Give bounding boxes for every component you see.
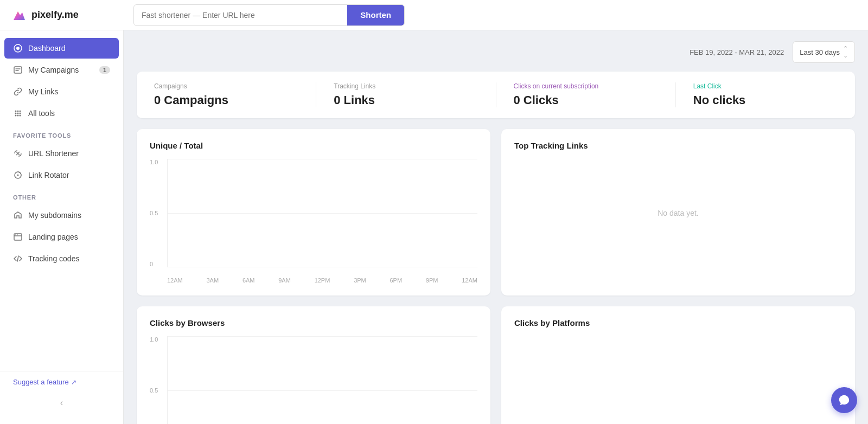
grid-line-top-b bbox=[168, 336, 477, 337]
subdomains-icon bbox=[13, 210, 23, 220]
chart-top-tracking-links-title: Top Tracking Links bbox=[514, 141, 842, 150]
svg-marker-0 bbox=[14, 11, 25, 20]
chat-bubble[interactable] bbox=[831, 387, 857, 413]
logo-text: pixelfy.me bbox=[31, 9, 79, 21]
sidebar-campaigns-label: My Campaigns bbox=[28, 66, 79, 74]
svg-point-10 bbox=[15, 115, 17, 117]
grid-line-top bbox=[168, 159, 477, 159]
svg-point-12 bbox=[20, 115, 21, 117]
topbar: pixelfy.me Shorten bbox=[0, 0, 868, 30]
stat-lastclick-value: No clicks bbox=[693, 93, 838, 107]
alltools-icon bbox=[13, 108, 23, 118]
sidebar-item-links[interactable]: My Links bbox=[4, 81, 119, 102]
chart-browsers-title: Clicks by Browsers bbox=[150, 318, 477, 327]
sidebar-item-link-rotator[interactable]: Link Rotator bbox=[4, 165, 119, 185]
sidebar-item-dashboard[interactable]: Dashboard bbox=[4, 38, 119, 59]
charts-grid: Unique / Total 1.0 0.5 0 12AM 3AM 6AM bbox=[137, 129, 855, 424]
stat-lastclick-label: Last Click bbox=[693, 82, 838, 90]
svg-point-6 bbox=[20, 111, 21, 112]
url-input[interactable] bbox=[134, 5, 347, 25]
stats-row: Campaigns 0 Campaigns Tracking Links 0 L… bbox=[137, 72, 855, 118]
url-input-wrapper: Shorten bbox=[133, 4, 405, 26]
chart-platforms-title: Clicks by Platforms bbox=[514, 318, 842, 327]
chart-browsers-area: 1.0 0.5 0 bbox=[150, 336, 477, 424]
dashboard-icon bbox=[13, 43, 23, 53]
svg-point-4 bbox=[15, 111, 17, 112]
sidebar-link-rotator-label: Link Rotator bbox=[28, 171, 69, 179]
chart-unique-total-title: Unique / Total bbox=[150, 141, 477, 150]
sidebar-item-tracking-codes[interactable]: Tracking codes bbox=[4, 248, 119, 269]
stat-links-value: 0 Links bbox=[334, 93, 478, 107]
sidebar-item-url-shortener[interactable]: URL Shortener bbox=[4, 143, 119, 164]
svg-point-16 bbox=[15, 234, 16, 235]
landing-pages-icon bbox=[13, 232, 23, 242]
url-shortener-icon bbox=[13, 149, 23, 158]
sidebar-subdomains-label: My subdomains bbox=[28, 211, 81, 220]
sidebar-dashboard-label: Dashboard bbox=[28, 44, 66, 53]
stat-clicks-label: Clicks on current subscription bbox=[514, 82, 658, 90]
collapse-sidebar-button[interactable]: ‹ bbox=[0, 393, 123, 413]
sidebar-footer: Suggest a feature ↗ bbox=[0, 371, 123, 393]
date-range-text: FEB 19, 2022 - MAR 21, 2022 bbox=[690, 48, 784, 56]
collapse-icon: ‹ bbox=[60, 398, 63, 408]
external-link-icon: ↗ bbox=[71, 378, 76, 386]
chart-browsers-plot bbox=[167, 336, 477, 424]
svg-rect-3 bbox=[14, 67, 22, 73]
stat-campaigns-label: Campaigns bbox=[154, 82, 298, 90]
stat-campaigns: Campaigns 0 Campaigns bbox=[137, 82, 316, 107]
date-selector[interactable]: Last 30 days ⌃⌄ bbox=[793, 41, 855, 63]
chart-y-axis: 1.0 0.5 0 bbox=[150, 159, 158, 267]
grid-line-mid bbox=[168, 213, 477, 214]
sidebar-item-campaigns[interactable]: My Campaigns 1 bbox=[4, 60, 119, 80]
chevron-icon: ⌃⌄ bbox=[843, 45, 848, 59]
sidebar-links-label: My Links bbox=[28, 87, 58, 96]
stat-campaigns-value: 0 Campaigns bbox=[154, 93, 298, 107]
sidebar-item-landing-pages[interactable]: Landing pages bbox=[4, 227, 119, 247]
sidebar-alltools-label: All tools bbox=[28, 109, 55, 118]
sidebar-url-shortener-label: URL Shortener bbox=[28, 149, 79, 158]
favorite-tools-title: FAVORITE TOOLS bbox=[0, 125, 123, 142]
date-selector-label: Last 30 days bbox=[800, 48, 840, 56]
chart-browsers-y-axis: 1.0 0.5 0 bbox=[150, 336, 158, 424]
stat-clicks-value: 0 Clicks bbox=[514, 93, 658, 107]
stat-last-click: Last Click No clicks bbox=[676, 82, 855, 107]
svg-rect-15 bbox=[14, 234, 22, 240]
shorten-button[interactable]: Shorten bbox=[347, 5, 404, 25]
suggest-feature-link[interactable]: Suggest a feature ↗ bbox=[13, 378, 110, 386]
link-rotator-icon bbox=[13, 170, 23, 180]
sidebar-tracking-codes-label: Tracking codes bbox=[28, 254, 79, 263]
tracking-codes-icon bbox=[13, 254, 23, 264]
chart-unique-total: Unique / Total 1.0 0.5 0 12AM 3AM 6AM bbox=[137, 129, 490, 295]
suggest-label: Suggest a feature bbox=[13, 378, 69, 386]
svg-point-2 bbox=[16, 47, 20, 50]
y-label-mid: 0.5 bbox=[150, 210, 158, 216]
sidebar-item-subdomains[interactable]: My subdomains bbox=[4, 205, 119, 226]
sidebar-landing-pages-label: Landing pages bbox=[28, 233, 78, 241]
chart-top-tracking-links: Top Tracking Links No data yet. bbox=[501, 129, 855, 295]
svg-point-9 bbox=[20, 113, 21, 114]
svg-point-17 bbox=[17, 234, 18, 235]
campaigns-icon bbox=[13, 65, 23, 75]
svg-point-14 bbox=[17, 175, 19, 176]
stat-tracking-links: Tracking Links 0 Links bbox=[316, 82, 496, 107]
stat-links-label: Tracking Links bbox=[334, 82, 478, 90]
chart-plot bbox=[167, 159, 477, 267]
grid-line-mid-b bbox=[168, 390, 477, 391]
chart-unique-total-area: 1.0 0.5 0 12AM 3AM 6AM 9AM 12PM 3P bbox=[150, 159, 477, 284]
y-label-top: 1.0 bbox=[150, 159, 158, 165]
svg-point-11 bbox=[17, 115, 19, 117]
date-header: FEB 19, 2022 - MAR 21, 2022 Last 30 days… bbox=[137, 41, 855, 63]
top-tracking-links-nodata: No data yet. bbox=[514, 159, 842, 267]
svg-point-7 bbox=[15, 113, 17, 114]
logo-icon bbox=[11, 7, 27, 23]
links-icon bbox=[13, 87, 23, 97]
main-content: FEB 19, 2022 - MAR 21, 2022 Last 30 days… bbox=[124, 30, 868, 424]
stat-clicks: Clicks on current subscription 0 Clicks bbox=[496, 82, 676, 107]
sidebar-item-alltools[interactable]: All tools bbox=[4, 103, 119, 124]
campaigns-badge: 1 bbox=[99, 66, 110, 74]
chart-clicks-by-browsers: Clicks by Browsers 1.0 0.5 0 bbox=[137, 306, 490, 424]
svg-point-8 bbox=[17, 113, 19, 114]
sidebar-nav: Dashboard My Campaigns 1 My Links Al bbox=[0, 30, 123, 371]
logo: pixelfy.me bbox=[11, 7, 125, 23]
chart-x-labels: 12AM 3AM 6AM 9AM 12PM 3PM 6PM 9PM 12AM bbox=[167, 277, 477, 284]
